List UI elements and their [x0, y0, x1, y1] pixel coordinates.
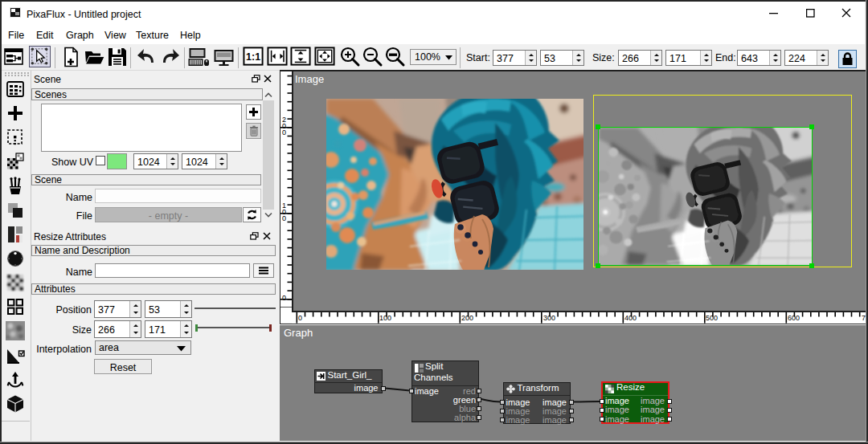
- svg-text:1:1: 1:1: [246, 51, 260, 63]
